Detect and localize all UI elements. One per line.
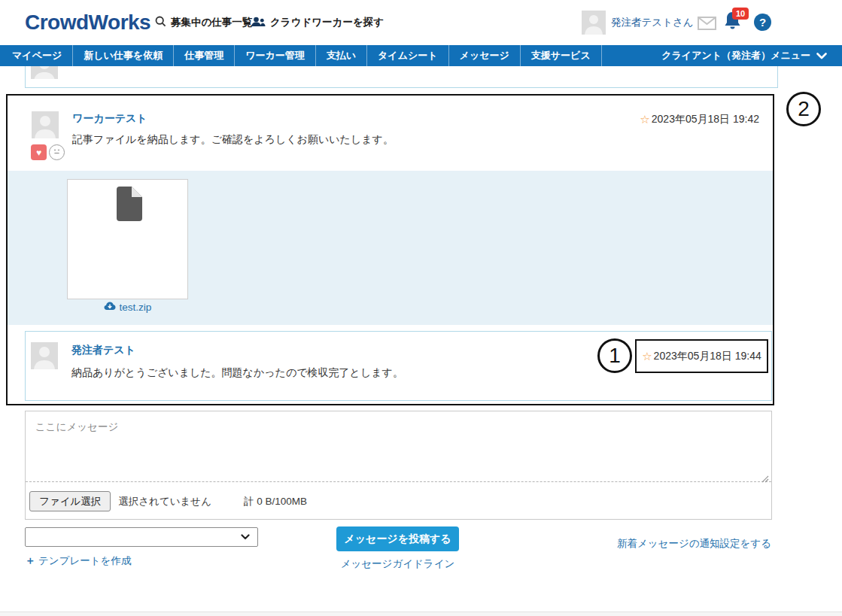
file-select-button[interactable]: ファイル選択	[29, 491, 111, 511]
plus-icon: ＋	[25, 554, 35, 568]
attachment-filename: test.zip	[120, 302, 152, 313]
footer-strip	[0, 611, 842, 616]
search-icon	[155, 16, 166, 29]
notification-badge: 10	[732, 8, 749, 20]
file-upload-row: ファイル選択 選択されていません 計 0 B/100MB	[26, 483, 771, 520]
people-icon	[251, 17, 266, 29]
favorite-star-icon[interactable]: ☆	[642, 350, 652, 363]
message-author-link[interactable]: ワーカーテスト	[72, 112, 147, 126]
crowdworks-logo[interactable]: CrowdWorks	[25, 11, 150, 35]
message-body: 記事ファイルを納品します。ご確認をよろしくお願いいたします。	[72, 133, 394, 147]
timestamp-text: 2023年05月18日 19:44	[654, 350, 761, 363]
avatar[interactable]	[32, 111, 59, 138]
bell-icon	[723, 21, 742, 34]
previous-message-partial	[25, 66, 778, 88]
nav-item-messages[interactable]: メッセージ	[449, 45, 521, 66]
download-icon	[104, 302, 116, 313]
file-size-limit: 計 0 B/100MB	[244, 495, 307, 508]
header-link-label: クラウドワーカーを探す	[270, 16, 384, 29]
user-avatar[interactable]	[582, 11, 606, 35]
favorite-star-icon[interactable]: ☆	[640, 113, 649, 126]
help-button[interactable]: ?	[754, 14, 771, 31]
header-link-find-workers[interactable]: クラウドワーカーを探す	[251, 16, 384, 29]
avatar[interactable]	[31, 342, 58, 369]
annotation-circle-1: 1	[597, 338, 632, 373]
nav-item-mypage[interactable]: マイページ	[2, 45, 73, 66]
page: CrowdWorks 募集中の仕事一覧 クラウドワーカーを探す 発注者テストさん	[0, 0, 842, 616]
attachment-thumbnail[interactable]	[67, 179, 188, 299]
avatar	[31, 66, 58, 79]
neutral-face-icon	[52, 146, 62, 159]
file-select-status: 選択されていません	[118, 495, 211, 508]
main-nav: マイページ 新しい仕事を依頼 仕事管理 ワーカー管理 支払い タイムシート メッ…	[0, 45, 842, 66]
chevron-down-icon	[816, 50, 827, 62]
header-link-label: 募集中の仕事一覧	[171, 16, 252, 29]
post-message-button[interactable]: メッセージを投稿する	[336, 526, 459, 551]
create-template-label: テンプレートを作成	[38, 554, 131, 568]
nav-item-worker-management[interactable]: ワーカー管理	[235, 45, 316, 66]
client-menu-label: クライアント（発注者）メニュー	[661, 49, 810, 62]
message-body: 納品ありがとうございました。問題なかったので検収完了とします。	[71, 366, 403, 380]
message-thread: ワーカーテスト ☆ 2023年05月18日 19:42 記事ファイルを納品します…	[6, 94, 774, 405]
message-timestamp: ☆ 2023年05月18日 19:44	[642, 350, 761, 363]
user-name: 発注者テストさん	[611, 16, 694, 29]
nav-item-payment[interactable]: 支払い	[316, 45, 367, 66]
user-menu[interactable]: 発注者テストさん	[611, 16, 707, 29]
header: CrowdWorks 募集中の仕事一覧 クラウドワーカーを探す 発注者テストさん	[0, 0, 842, 45]
heart-reaction-button[interactable]: ♥	[31, 144, 47, 160]
attachment-download-link[interactable]: test.zip	[67, 302, 188, 313]
heart-icon: ♥	[36, 147, 41, 158]
neutral-face-reaction-button[interactable]	[49, 144, 65, 160]
message-composer: ファイル選択 選択されていません 計 0 B/100MB	[25, 411, 772, 520]
nav-item-timesheet[interactable]: タイムシート	[367, 45, 449, 66]
message-guideline-link[interactable]: メッセージガイドライン	[336, 557, 459, 571]
annotation-box-timestamp: ☆ 2023年05月18日 19:44	[635, 339, 768, 373]
nav-item-new-job[interactable]: 新しい仕事を依頼	[73, 45, 174, 66]
mail-icon[interactable]	[698, 17, 716, 33]
header-link-job-list[interactable]: 募集中の仕事一覧	[155, 16, 252, 29]
message-author-link[interactable]: 発注者テスト	[71, 344, 135, 357]
nav-item-job-management[interactable]: 仕事管理	[174, 45, 235, 66]
question-icon: ?	[759, 16, 766, 29]
timestamp-text: 2023年05月18日 19:42	[652, 113, 759, 126]
message-reactions: ♥	[31, 144, 65, 160]
client-menu[interactable]: クライアント（発注者）メニュー	[661, 45, 827, 66]
reply-message: 発注者テスト 納品ありがとうございました。問題なかったので検収完了とします。 ☆…	[25, 331, 772, 401]
create-template-link[interactable]: ＋ テンプレートを作成	[25, 554, 131, 568]
annotation-circle-2: 2	[786, 92, 821, 126]
nav-item-support-services[interactable]: 支援サービス	[521, 45, 602, 66]
template-select[interactable]	[25, 527, 258, 547]
message-input[interactable]	[26, 411, 771, 482]
notification-settings-link[interactable]: 新着メッセージの通知設定をする	[617, 537, 771, 551]
notifications-button[interactable]: 10	[723, 11, 753, 36]
message-timestamp: ☆ 2023年05月18日 19:42	[640, 113, 759, 126]
attachment-area: test.zip	[8, 171, 773, 325]
